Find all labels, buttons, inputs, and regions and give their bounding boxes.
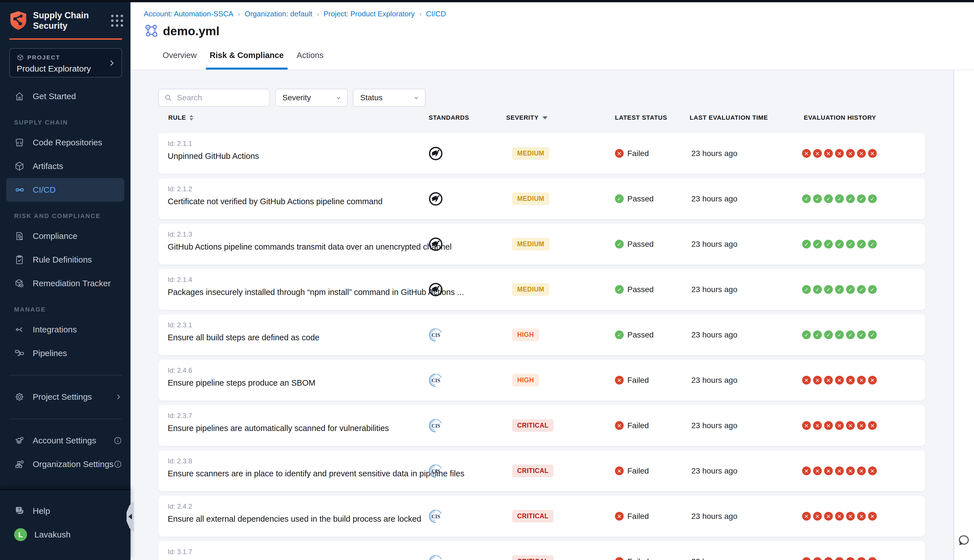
severity-cell: HIGH xyxy=(512,360,539,400)
sidebar-item-cicd[interactable]: CI/CD xyxy=(6,178,124,202)
tab-overview[interactable]: Overview xyxy=(163,51,197,70)
supply-chain-security-logo-icon xyxy=(9,11,27,30)
status-label: Failed xyxy=(627,512,649,521)
content-area: Severity Status RULE STANDARDS SEV xyxy=(130,70,974,560)
project-selector[interactable]: PROJECT Product Exploratory xyxy=(9,48,122,77)
history-failed-icon xyxy=(802,557,811,560)
status-label: Failed xyxy=(627,149,649,158)
rule-definitions-clipboard-icon xyxy=(14,254,25,265)
sidebar-item-organization-settings[interactable]: Organization Settings xyxy=(0,452,130,476)
status-label: Passed xyxy=(627,194,654,203)
tab-risk-and-compliance[interactable]: Risk & Compliance xyxy=(210,51,284,70)
history-failed-icon xyxy=(802,467,811,475)
rule-cell: Id: 2.3.8 Ensure scanners are in place t… xyxy=(168,457,464,478)
sidebar-item-project-settings[interactable]: Project Settings xyxy=(0,385,130,409)
help-button[interactable]: ? Help xyxy=(0,499,130,523)
sort-toggle-icon[interactable] xyxy=(189,115,193,120)
standards-cell: CIS xyxy=(428,405,443,446)
table-row[interactable]: Id: 2.1.4 Packages insecurely installed … xyxy=(158,269,925,310)
last-evaluation-time: 23 hours ago xyxy=(691,405,737,446)
history-passed-icon xyxy=(813,194,822,203)
history-failed-icon xyxy=(857,376,866,385)
svg-text:CIS: CIS xyxy=(432,423,440,429)
status-icon xyxy=(615,512,624,520)
severity-filter-dropdown[interactable]: Severity xyxy=(275,89,348,107)
sort-desc-icon xyxy=(542,116,548,120)
table-row[interactable]: Id: 2.1.2 Certificate not verified by Gi… xyxy=(158,178,925,219)
breadcrumb-cicd-link[interactable]: CI/CD xyxy=(426,10,446,18)
module-grid-icon[interactable] xyxy=(111,15,123,27)
sidebar-item-get-started[interactable]: Get Started xyxy=(0,85,130,108)
rule-cell: Id: 2.3.7 Ensure pipelines are automatic… xyxy=(168,412,389,433)
history-failed-icon xyxy=(835,376,844,385)
status-filter-dropdown[interactable]: Status xyxy=(353,89,425,107)
table-row[interactable]: Id: 2.1.3 GitHub Actions pipeline comman… xyxy=(158,224,925,265)
evaluation-history xyxy=(802,541,877,560)
history-failed-icon xyxy=(857,467,866,475)
account-settings-icon xyxy=(14,435,25,446)
search-box xyxy=(158,89,270,107)
brand-title: Supply Chain Security xyxy=(33,10,89,31)
column-header-severity[interactable]: SEVERITY xyxy=(506,114,548,122)
history-failed-icon xyxy=(835,421,844,430)
severity-badge: CRITICAL xyxy=(512,555,554,560)
breadcrumb-account-link[interactable]: Account: Automation-SSCA xyxy=(144,10,233,18)
history-passed-icon xyxy=(802,285,811,294)
sidebar-item-rule-definitions[interactable]: Rule Definitions xyxy=(0,248,130,272)
last-evaluation-time: 23 hours ago xyxy=(691,178,737,219)
tab-actions[interactable]: Actions xyxy=(297,51,324,70)
sidebar-item-remediation-tracker[interactable]: Remediation Tracker xyxy=(0,272,130,295)
svg-text:CIS: CIS xyxy=(432,378,440,383)
status-cell: Passed xyxy=(615,269,654,310)
rule-id: Id: 2.1.4 xyxy=(168,276,464,284)
compliance-document-icon xyxy=(14,231,25,242)
status-icon xyxy=(615,376,624,385)
divider xyxy=(9,418,122,419)
history-failed-icon xyxy=(813,376,822,385)
status-cell: Passed xyxy=(615,314,654,355)
project-name: Product Exploratory xyxy=(17,64,116,73)
rule-cell: Id: 2.1.3 GitHub Actions pipeline comman… xyxy=(168,230,452,252)
status-cell: Passed xyxy=(615,224,654,265)
info-icon[interactable] xyxy=(113,436,122,445)
sidebar-item-integrations[interactable]: Integrations xyxy=(0,318,130,342)
sidebar-item-artifacts[interactable]: Artifacts xyxy=(0,154,130,178)
table-row[interactable]: Id: 2.3.7 Ensure pipelines are automatic… xyxy=(158,405,925,446)
status-icon xyxy=(615,467,624,475)
rule-cell: Id: 2.4.2 Ensure all external dependenci… xyxy=(168,503,421,524)
sidebar-item-code-repositories[interactable]: Code Repositories xyxy=(0,131,130,154)
status-cell: Failed xyxy=(615,496,649,537)
sidebar-item-pipelines[interactable]: Pipelines xyxy=(0,342,130,365)
standards-cell: CIS xyxy=(428,178,443,219)
history-failed-icon xyxy=(835,467,844,475)
table-row[interactable]: Id: 2.1.1 Unpinned GitHub Actions xyxy=(158,133,925,174)
table-row[interactable]: Id: 2.4.6 Ensure pipeline steps produce … xyxy=(158,360,925,400)
breadcrumb-organization-link[interactable]: Organization: default xyxy=(245,10,312,18)
evaluation-history xyxy=(802,178,877,219)
table-row[interactable]: Id: 2.3.8 Ensure scanners are in place t… xyxy=(158,450,925,491)
history-passed-icon xyxy=(802,194,811,203)
history-passed-icon xyxy=(835,285,844,294)
history-passed-icon xyxy=(868,330,877,339)
search-input[interactable] xyxy=(177,93,264,103)
rule-name: GitHub Actions pipeline commands transmi… xyxy=(168,242,452,252)
column-header-standards: STANDARDS xyxy=(429,114,469,122)
info-icon[interactable] xyxy=(113,460,122,468)
history-failed-icon xyxy=(802,421,811,430)
history-failed-icon xyxy=(824,376,833,385)
rule-id: Id: 3.1.7 xyxy=(168,548,192,556)
table-row[interactable]: Id: 2.4.2 Ensure all external dependenci… xyxy=(158,496,925,537)
table-row[interactable]: Id: 2.3.1 Ensure all build steps are def… xyxy=(158,314,925,355)
sidebar-item-compliance[interactable]: Compliance xyxy=(0,224,130,248)
rule-cell: Id: 2.1.1 Unpinned GitHub Actions xyxy=(168,140,259,161)
sidebar-item-account-settings[interactable]: Account Settings xyxy=(0,429,130,452)
status-label: Failed xyxy=(627,421,649,430)
history-passed-icon xyxy=(857,330,866,339)
history-failed-icon xyxy=(824,557,833,560)
user-menu[interactable]: L Lavakush xyxy=(0,523,130,547)
chat-support-icon[interactable] xyxy=(958,534,970,547)
breadcrumb-project-link[interactable]: Project: Product Exploratory xyxy=(324,10,415,18)
table-row[interactable]: Id: 3.1.7 xyxy=(158,541,925,560)
severity-badge: MEDIUM xyxy=(512,283,549,296)
history-passed-icon xyxy=(857,240,866,248)
